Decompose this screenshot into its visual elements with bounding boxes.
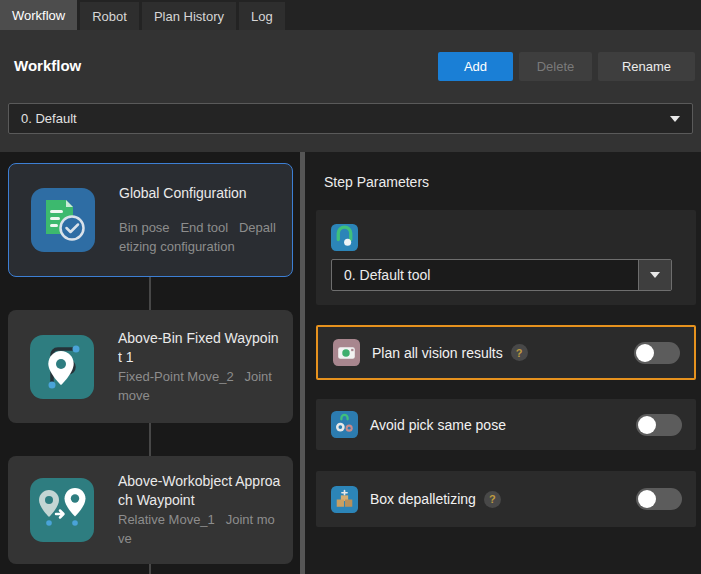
step-card-above-bin-fixed-waypoint[interactable]: Above-Bin Fixed Waypoint 1 Fixed-Point M… [8, 310, 293, 423]
param-row-avoid-pick-same-pose: Avoid pick same pose [316, 399, 696, 450]
toggle-knob [638, 490, 656, 508]
toggle-knob [636, 344, 654, 362]
step-title: Above-Workobject Approach Waypoint [118, 472, 281, 510]
top-section: Workflow Robot Plan History Log Workflow… [0, 0, 701, 152]
param-row-box-depalletizing: Box depalletizing ? [316, 471, 696, 527]
tab-plan-history-label: Plan History [154, 9, 224, 24]
delete-button[interactable]: Delete [519, 52, 592, 81]
box-depalletizing-toggle[interactable] [636, 488, 682, 510]
param-row-plan-all-vision-results: Plan all vision results ? [316, 325, 696, 380]
step-card-above-workobject-approach-waypoint[interactable]: Above-Workobject Approach Waypoint Relat… [8, 456, 293, 564]
page-title: Workflow [14, 57, 81, 74]
workflow-dropdown[interactable]: 0. Default [8, 103, 693, 134]
step-card-text: Above-Workobject Approach Waypoint Relat… [118, 472, 281, 548]
help-icon[interactable]: ? [484, 491, 501, 508]
step-parameters-title: Step Parameters [324, 174, 429, 190]
end-tool-group: 0. Default tool [316, 210, 696, 305]
vision-camera-icon [333, 339, 360, 366]
relative-move-waypoint-icon [30, 478, 94, 542]
avoid-pose-gears-icon [331, 411, 358, 438]
tab-log-label: Log [251, 9, 273, 24]
fixed-point-waypoint-icon [30, 335, 94, 399]
chevron-down-icon [670, 116, 680, 122]
end-tool-dropdown-value: 0. Default tool [344, 267, 430, 283]
chevron-down-icon [650, 272, 660, 278]
tab-log[interactable]: Log [239, 2, 285, 30]
step-subtitle: Bin pose End tool Depalletizing configur… [119, 218, 280, 256]
step-card-text: Above-Bin Fixed Waypoint 1 Fixed-Point M… [118, 329, 281, 405]
workflow-dropdown-value: 0. Default [21, 111, 77, 126]
plan-all-vision-results-toggle[interactable] [634, 342, 680, 364]
step-title: Above-Bin Fixed Waypoint 1 [118, 329, 281, 367]
tab-plan-history[interactable]: Plan History [142, 2, 236, 30]
workflow-step-list: Global Configuration Bin pose End tool D… [0, 152, 300, 574]
step-subtitle: Fixed-Point Move_2 Joint move [118, 367, 281, 405]
param-label: Avoid pick same pose [370, 417, 506, 433]
add-button[interactable]: Add [438, 52, 513, 81]
step-card-text: Global Configuration Bin pose End tool D… [119, 184, 280, 256]
step-subtitle: Relative Move_1 Joint move [118, 510, 281, 548]
dropdown-arrow-box [638, 260, 671, 290]
step-card-global-configuration[interactable]: Global Configuration Bin pose End tool D… [8, 163, 293, 277]
main-tabbar: Workflow Robot Plan History Log [0, 0, 701, 30]
workflow-actions: Add Delete Rename [438, 52, 695, 81]
global-configuration-icon [31, 188, 95, 252]
end-tool-dropdown[interactable]: 0. Default tool [331, 259, 672, 291]
rename-button[interactable]: Rename [598, 52, 695, 81]
step-parameters-panel: Step Parameters 0. Default tool Plan all… [305, 152, 701, 574]
help-icon[interactable]: ? [511, 344, 528, 361]
param-label: Plan all vision results [372, 345, 503, 361]
step-title: Global Configuration [119, 184, 280, 203]
end-tool-icon [331, 224, 358, 251]
param-label: Box depalletizing [370, 491, 476, 507]
tab-robot-label: Robot [92, 9, 127, 24]
tab-workflow-label: Workflow [12, 8, 65, 23]
avoid-pick-same-pose-toggle[interactable] [636, 414, 682, 436]
tab-robot[interactable]: Robot [80, 2, 139, 30]
toggle-knob [638, 416, 656, 434]
box-depalletizing-icon [331, 486, 358, 513]
tab-workflow[interactable]: Workflow [0, 0, 77, 30]
